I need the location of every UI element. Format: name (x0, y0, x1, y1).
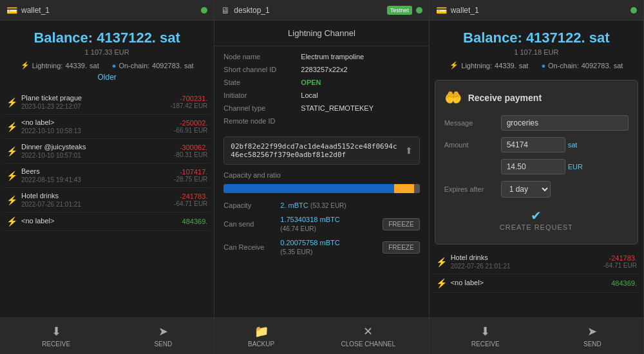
receive-payment-title: Receive payment (468, 93, 542, 103)
wallet-icon-2: 💳 (436, 5, 447, 15)
title-bar-3: 💳 wallet_1 (430, 0, 643, 21)
send-icon-1: ➤ (158, 324, 168, 339)
receive-icon-1: ⬇ (52, 324, 61, 339)
expires-select[interactable]: 1 day 1 hour 1 week (501, 181, 551, 198)
balance-rows-2: ⚡ Lightning: 44339. sat ● On-chain: 4092… (436, 61, 637, 70)
capacity-value: 2. mBTC (280, 201, 308, 209)
receive-button-1[interactable]: ⬇ RECEIVE (29, 323, 83, 349)
tx-icon-1: ⚡ (6, 97, 17, 107)
close-channel-button[interactable]: ✕ CLOSE CHANNEL (328, 323, 408, 349)
can-send-label: Can send (223, 220, 275, 228)
can-receive-value: 0.20075758 mBTC (280, 239, 339, 247)
send-button-1[interactable]: ➤ SEND (141, 323, 185, 349)
backup-button[interactable]: 📁 BACKUP (235, 323, 287, 349)
balance-main-1: Balance: 4137122. sat (6, 30, 207, 46)
title-bar-left-2: 🖥 desktop_1 (221, 5, 269, 15)
tx-icon-3: ⚡ (6, 146, 17, 156)
testnet-badge: Testnet (387, 6, 412, 15)
title-bar-left-1: 💳 wallet_1 (6, 5, 50, 15)
bottom-bar-2: ⬇ RECEIVE ➤ SEND (430, 317, 643, 354)
wallet-panel-1: 💳 wallet_1 Balance: 4137122. sat 1 107.3… (0, 0, 214, 354)
remote-node-label-row: Remote node ID (223, 117, 419, 125)
message-label: Message (444, 119, 496, 127)
can-receive-label: Can Receive (223, 243, 275, 251)
table-row: ⚡ Hotel drinks 2022-07-26 21:01:21 -2417… (4, 188, 210, 212)
share-icon[interactable]: ⬆ (405, 145, 413, 156)
capacity-eur: (53.32 EUR) (310, 202, 346, 209)
can-send-eur: (46.74 EUR) (280, 225, 316, 232)
capacity-bar-gray (414, 184, 420, 193)
amount-input-sat[interactable] (501, 137, 565, 153)
balance-section-2: Balance: 4137122. sat 1 107.18 EUR ⚡ Lig… (430, 21, 643, 75)
amount-input-eur[interactable] (501, 159, 565, 174)
initiator-value: Local (301, 91, 419, 99)
remote-id-value: 02bf82e22f99dcd7ac1de4aad5152ce48f0694c4… (231, 142, 399, 159)
channel-panel: 🖥 desktop_1 Testnet Lightning Channel No… (214, 0, 429, 354)
capacity-title: Capacity and ratio (214, 171, 428, 184)
node-name-value: Electrum trampoline (301, 53, 419, 61)
status-dot-3 (630, 7, 637, 14)
channel-type-row: Channel type STATIC_REMOTEKEY (223, 104, 419, 112)
channel-type-label: Channel type (223, 104, 301, 112)
send-button-2[interactable]: ➤ SEND (571, 323, 614, 349)
tx-icon-w2-1: ⚡ (436, 257, 447, 267)
backup-icon: 📁 (254, 324, 269, 339)
lightning-balance-1: ⚡ Lightning: 44339. sat (21, 61, 99, 70)
table-row: ⚡ Hotel drinks 2022-07-26 21:01:21 -2417… (433, 250, 639, 274)
can-send-value: 1.75340318 mBTC (280, 216, 339, 223)
can-receive-row: Can Receive 0.20075758 mBTC (5.35 EUR) F… (223, 238, 419, 256)
short-channel-value: 2283257x22x2 (301, 66, 419, 73)
initiator-row: Initiator Local (223, 91, 419, 99)
message-row: Message (444, 115, 629, 131)
window-title-2: desktop_1 (234, 6, 269, 15)
onchain-icon-1: ● (112, 62, 117, 70)
lightning-balance-2: ⚡ Lightning: 44339. sat (450, 61, 528, 70)
state-value: OPEN (301, 79, 419, 86)
freeze-receive-button[interactable]: FREEZE (383, 241, 419, 254)
title-bar-1: 💳 wallet_1 (0, 0, 214, 21)
channel-type-value: STATIC_REMOTEKEY (301, 104, 419, 112)
transaction-list-1: ⚡ Plane ticket prague 2023-01-23 22:12:0… (0, 90, 214, 317)
receive-button-2[interactable]: ⬇ RECEIVE (459, 323, 513, 349)
window-title-3: wallet_1 (451, 6, 479, 15)
status-dot-2 (416, 7, 422, 14)
initiator-label: Initiator (223, 91, 301, 99)
can-receive-eur: (5.35 EUR) (280, 248, 312, 256)
tx-icon-4: ⚡ (6, 171, 17, 181)
tx-icon-w2-2: ⚡ (436, 278, 447, 288)
table-row: ⚡ Dinner @juicysteaks 2022-10-10 10:57:0… (4, 139, 210, 163)
title-bar-left-3: 💳 wallet_1 (436, 5, 479, 15)
channel-title: Lightning Channel (214, 21, 428, 46)
sat-unit-label: sat (568, 141, 587, 149)
amount-row-sat: Amount sat (444, 137, 629, 153)
eur-unit-label: EUR (568, 163, 587, 171)
close-channel-icon: ✕ (363, 324, 373, 339)
title-bar-2: 🖥 desktop_1 Testnet (214, 0, 428, 21)
balance-section-1: Balance: 4137122. sat 1 107.33 EUR ⚡ Lig… (0, 21, 214, 90)
onchain-balance-2: ● On-chain: 4092783. sat (541, 61, 623, 70)
expires-row: Expires after 1 day 1 hour 1 week (444, 181, 629, 198)
can-send-row: Can send 1.75340318 mBTC (46.74 EUR) FRE… (223, 215, 419, 233)
balance-main-2: Balance: 4137122. sat (436, 30, 637, 46)
capacity-rows: Capacity 2. mBTC (53.32 EUR) Can send 1.… (214, 201, 428, 261)
create-request-button[interactable]: ✔ CREATE REQUEST (444, 204, 629, 235)
amount-row-eur: EUR (444, 159, 629, 174)
wallet-icon-1: 💳 (6, 5, 17, 15)
bottom-bar-1: ⬇ RECEIVE ➤ SEND (0, 317, 214, 354)
balance-eur-2: 1 107.18 EUR (436, 48, 637, 56)
state-row: State OPEN (223, 79, 419, 86)
balance-eur-1: 1 107.33 EUR (6, 48, 207, 56)
table-row: ⚡ Beers 2022-08-15 19:41:43 -107417. -28… (4, 163, 210, 188)
remote-node-label: Remote node ID (223, 117, 301, 125)
send-icon-2: ➤ (587, 324, 597, 339)
onchain-balance-1: ● On-chain: 4092783. sat (112, 61, 194, 70)
table-row: ⚡ <no label> 484369. (433, 274, 639, 293)
receive-payment-icon: 🤲 (444, 89, 462, 106)
older-button-1[interactable]: Older (6, 70, 207, 85)
window-title-1: wallet_1 (21, 6, 50, 15)
channel-info: Node name Electrum trampoline Short chan… (214, 46, 428, 136)
freeze-send-button[interactable]: FREEZE (383, 218, 419, 230)
transaction-list-2: ⚡ Hotel drinks 2022-07-26 21:01:21 -2417… (430, 250, 643, 317)
message-input[interactable] (501, 115, 629, 131)
tx-icon-5: ⚡ (6, 195, 17, 205)
